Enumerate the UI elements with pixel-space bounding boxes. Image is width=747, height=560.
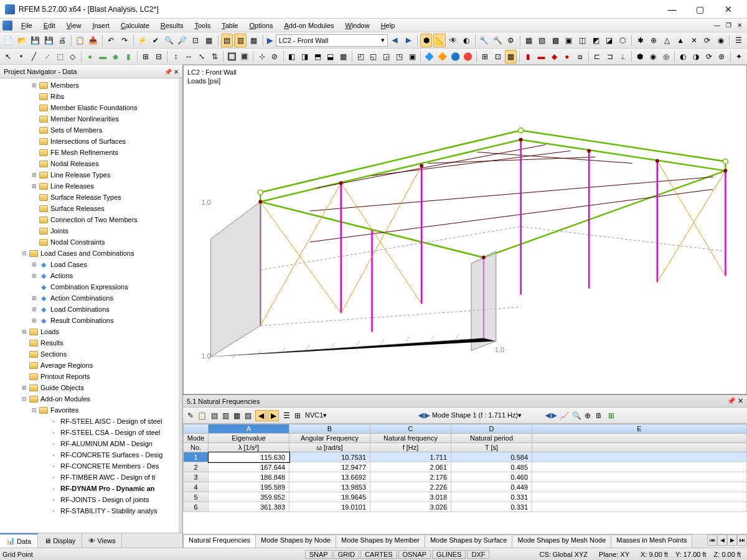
tree-item[interactable]: ◆Combination Expressions bbox=[0, 281, 179, 292]
next-lc-button[interactable]: ▶ bbox=[402, 34, 415, 47]
tree-item[interactable]: ▫RF-CONCRETE Members - Des bbox=[0, 460, 179, 472]
save-button[interactable]: 💾 bbox=[29, 34, 42, 47]
tb1-b21[interactable]: ⟳ bbox=[701, 34, 713, 47]
tree-item[interactable]: ⊞Line Releases bbox=[0, 180, 179, 192]
tb2-b49[interactable]: ◐ bbox=[677, 50, 689, 63]
tt-b4[interactable]: ▥ bbox=[220, 411, 230, 421]
tree-item[interactable]: Surface Release Types bbox=[0, 192, 179, 203]
tool-button-1[interactable]: ▦ bbox=[203, 34, 215, 47]
table-combo-mode[interactable]: Mode Shape 1 (f : 1.711 Hz)▾ bbox=[432, 411, 544, 419]
menu-insert[interactable]: Insert bbox=[87, 21, 115, 30]
mdi-restore-button[interactable]: ❐ bbox=[723, 21, 733, 30]
tt-b14[interactable]: 🗎 bbox=[594, 411, 604, 421]
tb2-b32[interactable]: 🔶 bbox=[436, 50, 448, 63]
fit-button[interactable]: ⊡ bbox=[190, 34, 202, 47]
table-tab[interactable]: Masses in Mesh Points bbox=[611, 534, 692, 548]
tb2-b4[interactable]: ⟋ bbox=[41, 50, 53, 63]
status-glines[interactable]: GLINES bbox=[432, 550, 466, 559]
menu-help[interactable]: Help bbox=[376, 21, 400, 30]
tab-nav-button[interactable]: ◀ bbox=[717, 534, 727, 546]
menu-options[interactable]: Options bbox=[244, 21, 278, 30]
nav-tab-views[interactable]: 👁 Views bbox=[82, 533, 122, 548]
tt-b13[interactable]: ⊕ bbox=[583, 411, 593, 421]
tb2-b25[interactable]: ▦ bbox=[337, 50, 349, 63]
tt-b6[interactable]: ▧ bbox=[243, 411, 253, 421]
tb1-b11[interactable]: ▣ bbox=[563, 34, 575, 47]
tb1-b17[interactable]: ⊕ bbox=[647, 34, 660, 47]
tb1-b6[interactable]: 🔨 bbox=[492, 34, 504, 47]
tree-item[interactable]: ⊞Members bbox=[0, 80, 179, 91]
tb1-b7[interactable]: ⚙ bbox=[505, 34, 517, 47]
tb2-b5[interactable]: ⬚ bbox=[54, 50, 66, 63]
tree-item[interactable]: ⊞◆Action Combinations bbox=[0, 292, 179, 304]
tb1-b5[interactable]: 🔧 bbox=[478, 34, 491, 47]
tt-b9[interactable]: ☰ bbox=[281, 411, 291, 421]
table-tab[interactable]: Natural Frequencies bbox=[183, 534, 256, 548]
tb2-b36[interactable]: ⊡ bbox=[492, 50, 504, 63]
tb1-b19[interactable]: ▲ bbox=[674, 34, 687, 47]
menu-file[interactable]: File bbox=[16, 21, 37, 30]
tt-b11[interactable]: 📈 bbox=[559, 411, 569, 421]
save-as-button[interactable]: 💾 bbox=[43, 34, 55, 47]
tree-item[interactable]: Member Elastic Foundations bbox=[0, 102, 179, 113]
tb2-b52[interactable]: ⊛ bbox=[716, 50, 728, 63]
tree-item[interactable]: ▫RF-STEEL AISC - Design of steel bbox=[0, 416, 179, 427]
tt-prev2[interactable]: ◀ bbox=[545, 411, 550, 419]
tb2-b10[interactable]: ▮ bbox=[123, 50, 134, 63]
menu-results[interactable]: Results bbox=[156, 21, 189, 30]
tree-item[interactable]: ▫RF-ALUMINUM ADM - Design bbox=[0, 438, 179, 449]
tb1-b10[interactable]: ▩ bbox=[550, 34, 562, 47]
redo-button[interactable]: ↷ bbox=[118, 34, 131, 47]
tb2-b12[interactable]: ⊟ bbox=[153, 50, 165, 63]
tree-item[interactable]: Printout Reports bbox=[0, 371, 179, 382]
tb2-b3[interactable]: ╱ bbox=[28, 50, 40, 63]
nav-tab-data[interactable]: 📊 Data bbox=[0, 533, 38, 548]
tree-item[interactable]: Sections bbox=[0, 348, 179, 360]
tt-next1[interactable]: ▶ bbox=[425, 411, 430, 419]
tb2-b35[interactable]: ⊞ bbox=[479, 50, 491, 63]
tree-item[interactable]: Nodal Constraints bbox=[0, 236, 179, 248]
table-tab[interactable]: Mode Shapes by Node bbox=[255, 534, 336, 548]
table-pin-icon[interactable]: 📌 bbox=[727, 397, 736, 404]
tb2-b38[interactable]: ▮ bbox=[522, 50, 534, 63]
view-type-1-button[interactable]: ▤ bbox=[221, 34, 233, 47]
zoom-in-button[interactable]: 🔎 bbox=[176, 34, 189, 47]
tree-item[interactable]: Ribs bbox=[0, 91, 179, 102]
tree-item[interactable]: Surface Releases bbox=[0, 203, 179, 214]
tb1-b3[interactable]: 👁 bbox=[447, 34, 459, 47]
tb2-b41[interactable]: ● bbox=[561, 50, 573, 63]
tb1-b23[interactable]: ☰ bbox=[732, 34, 745, 47]
tb2-b47[interactable]: ◉ bbox=[647, 50, 659, 63]
tb2-b18[interactable]: 🔳 bbox=[239, 50, 251, 63]
tt-b12[interactable]: 🔍 bbox=[571, 411, 581, 421]
tree-item[interactable]: ▫RF-JOINTS - Design of joints bbox=[0, 494, 179, 505]
tree-item[interactable]: ⊞◆Actions bbox=[0, 270, 179, 281]
tb1-b12[interactable]: ◫ bbox=[576, 34, 589, 47]
undo-button[interactable]: ↶ bbox=[105, 34, 118, 47]
tree-item[interactable]: ▫RF-STABILITY - Stability analys bbox=[0, 505, 179, 516]
tt-b1[interactable]: ✎ bbox=[186, 411, 195, 421]
tb2-b2[interactable]: • bbox=[16, 50, 27, 63]
table-tab[interactable]: Mode Shapes by Mesh Node bbox=[512, 534, 611, 548]
tb2-b40[interactable]: ◆ bbox=[548, 50, 560, 63]
table-close-icon[interactable]: ✕ bbox=[738, 397, 743, 404]
tree-item[interactable]: ▫RF-CONCRETE Surfaces - Desig bbox=[0, 449, 179, 460]
tree-item[interactable]: ⊞◆Load Combinations bbox=[0, 304, 179, 315]
tb2-b15[interactable]: ⤡ bbox=[196, 50, 208, 63]
tree-item[interactable]: ⊟Add-on Modules bbox=[0, 393, 179, 404]
tb2-b16[interactable]: ⇅ bbox=[209, 50, 220, 63]
tb1-b1[interactable]: ⬢ bbox=[420, 34, 433, 47]
status-osnap[interactable]: OSNAP bbox=[398, 550, 431, 559]
data-grid[interactable]: ABCDEModeEigenvalueAngular FrequencyNatu… bbox=[183, 424, 747, 534]
tb2-b24[interactable]: ⬓ bbox=[325, 50, 337, 63]
zoom-button[interactable]: 🔍 bbox=[163, 34, 176, 47]
tb1-b14[interactable]: ◪ bbox=[603, 34, 616, 47]
tree-item[interactable]: Results bbox=[0, 337, 179, 348]
table-combo-nvc[interactable]: NVC1▾ bbox=[305, 411, 417, 419]
tb2-b50[interactable]: ◑ bbox=[690, 50, 702, 63]
tt-excel[interactable]: ⊞ bbox=[606, 411, 616, 421]
view-type-2-button[interactable]: ▥ bbox=[234, 34, 247, 47]
tb2-b22[interactable]: ◨ bbox=[299, 50, 311, 63]
tt-b7[interactable]: ◀ bbox=[255, 410, 266, 421]
tb2-b20[interactable]: ⊘ bbox=[269, 50, 281, 63]
